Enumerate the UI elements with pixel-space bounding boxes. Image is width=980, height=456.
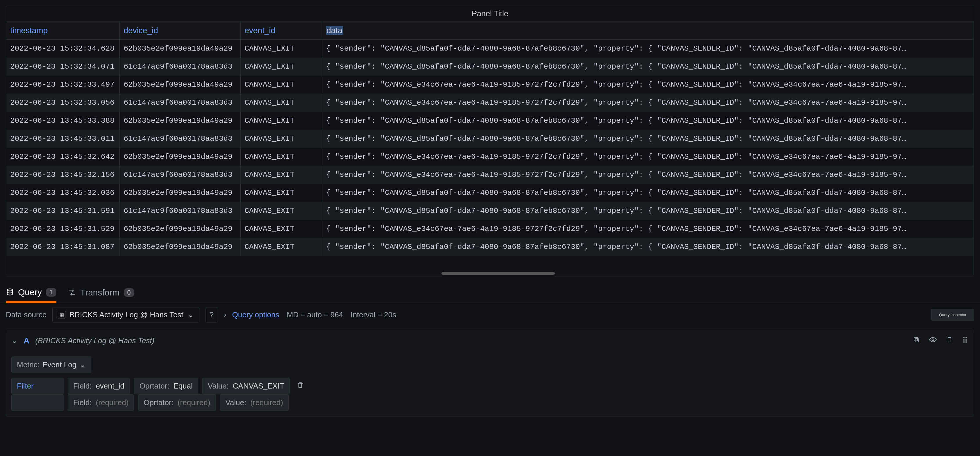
cell-evt: CANVAS_EXIT (240, 76, 322, 94)
tab-transform[interactable]: Transform 0 (68, 282, 134, 303)
table-row[interactable]: 2022-06-23 13:45:31.52962b035e2ef099ea19… (6, 220, 974, 238)
cell-ts: 2022-06-23 13:45:32.642 (6, 148, 119, 166)
cell-data: { "sender": "CANVAS_d85afa0f-dda7-4080-9… (322, 238, 974, 256)
panel: Panel Title timestamp device_id event_id… (6, 6, 974, 275)
table: timestamp device_id event_id data 2022-0… (6, 22, 974, 275)
cell-dev: 61c147ac9f60a00178aa83d3 (119, 166, 240, 184)
editor-tabs: Query 1 Transform 0 (0, 281, 980, 304)
cell-data: { "sender": "CANVAS_d85afa0f-dda7-4080-9… (322, 202, 974, 220)
cell-ts: 2022-06-23 13:45:32.036 (6, 184, 119, 202)
cell-dev: 62b035e2ef099ea19da49a29 (119, 148, 240, 166)
interval-info: Interval = 20s (350, 310, 396, 319)
col-data[interactable]: data (322, 22, 974, 40)
tab-query[interactable]: Query 1 (6, 282, 56, 303)
cell-dev: 62b035e2ef099ea19da49a29 (119, 184, 240, 202)
cell-data: { "sender": "CANVAS_d85afa0f-dda7-4080-9… (322, 184, 974, 202)
horizontal-scrollbar[interactable] (441, 272, 555, 275)
filter-value[interactable]: Value:CANVAS_EXIT (202, 378, 290, 394)
collapse-toggle[interactable]: ⌄ (11, 336, 18, 345)
table-row[interactable]: 2022-06-23 15:32:34.07161c147ac9f60a0017… (6, 57, 974, 76)
svg-rect-2 (914, 337, 918, 341)
cell-dev: 61c147ac9f60a00178aa83d3 (119, 202, 240, 220)
table-row[interactable]: 2022-06-23 15:32:34.62862b035e2ef099ea19… (6, 40, 974, 58)
col-event-id[interactable]: event_id (240, 22, 322, 40)
cell-ts: 2022-06-23 15:32:33.056 (6, 94, 119, 112)
filter-field[interactable]: Field:(required) (68, 394, 134, 411)
drag-handle[interactable]: ⠿ (961, 335, 969, 347)
metric-select[interactable]: Metric: Event Log ⌄ (11, 357, 91, 373)
cell-ts: 2022-06-23 15:32:34.071 (6, 57, 119, 76)
svg-rect-1 (915, 338, 919, 342)
transform-icon (68, 289, 76, 297)
cell-data: { "sender": "CANVAS_d85afa0f-dda7-4080-9… (322, 57, 974, 76)
cell-dev: 62b035e2ef099ea19da49a29 (119, 112, 240, 130)
cell-evt: CANVAS_EXIT (240, 166, 322, 184)
delete-query-button[interactable] (944, 335, 955, 347)
query-desc: (BRICKS Activity Log @ Hans Test) (35, 336, 154, 345)
cell-evt: CANVAS_EXIT (240, 202, 322, 220)
col-timestamp[interactable]: timestamp (6, 22, 119, 40)
table-row[interactable]: 2022-06-23 15:32:33.49762b035e2ef099ea19… (6, 76, 974, 94)
cell-data: { "sender": "CANVAS_d85afa0f-dda7-4080-9… (322, 112, 974, 130)
query-inspector-button[interactable]: Query inspector (931, 309, 974, 321)
table-row[interactable]: 2022-06-23 15:32:33.05661c147ac9f60a0017… (6, 94, 974, 112)
datasource-logo-icon: ▦ (58, 311, 65, 319)
cell-evt: CANVAS_EXIT (240, 220, 322, 238)
table-row[interactable]: 2022-06-23 13:45:32.03662b035e2ef099ea19… (6, 184, 974, 202)
panel-title[interactable]: Panel Title (6, 6, 974, 22)
cell-dev: 61c147ac9f60a00178aa83d3 (119, 94, 240, 112)
tab-query-count: 1 (46, 288, 56, 297)
cell-ts: 2022-06-23 13:45:31.087 (6, 238, 119, 256)
cell-evt: CANVAS_EXIT (240, 40, 322, 58)
chevron-right-icon[interactable]: › (224, 310, 226, 319)
duplicate-query-button[interactable] (911, 335, 921, 347)
query-options-link[interactable]: Query options (232, 310, 279, 319)
filter-operator[interactable]: Oprtator:(required) (138, 394, 216, 411)
trash-icon (297, 381, 304, 389)
md-info: MD = auto = 964 (287, 310, 343, 319)
filter-label[interactable] (11, 394, 64, 411)
metric-label: Metric: (17, 360, 40, 369)
cell-evt: CANVAS_EXIT (240, 130, 322, 148)
datasource-help-button[interactable]: ? (205, 307, 218, 322)
metric-value: Event Log (43, 360, 76, 369)
cell-data: { "sender": "CANVAS_d85afa0f-dda7-4080-9… (322, 40, 974, 58)
table-row[interactable]: 2022-06-23 13:45:31.59161c147ac9f60a0017… (6, 202, 974, 220)
cell-dev: 62b035e2ef099ea19da49a29 (119, 220, 240, 238)
cell-dev: 62b035e2ef099ea19da49a29 (119, 76, 240, 94)
chevron-down-icon: ⌄ (188, 310, 194, 319)
table-row[interactable]: 2022-06-23 13:45:31.08762b035e2ef099ea19… (6, 238, 974, 256)
col-device-id[interactable]: device_id (119, 22, 240, 40)
cell-evt: CANVAS_EXIT (240, 112, 322, 130)
svg-point-3 (932, 339, 934, 341)
table-header-row: timestamp device_id event_id data (6, 22, 974, 40)
tab-transform-label: Transform (80, 288, 120, 298)
cell-evt: CANVAS_EXIT (240, 184, 322, 202)
cell-dev: 61c147ac9f60a00178aa83d3 (119, 130, 240, 148)
remove-filter-button[interactable] (294, 381, 307, 391)
cell-data: { "sender": "CANVAS_e34c67ea-7ae6-4a19-9… (322, 220, 974, 238)
table-row[interactable]: 2022-06-23 13:45:32.15661c147ac9f60a0017… (6, 166, 974, 184)
cell-ts: 2022-06-23 13:45:32.156 (6, 166, 119, 184)
filter-value[interactable]: Value:(required) (220, 394, 289, 411)
cell-data: { "sender": "CANVAS_e34c67ea-7ae6-4a19-9… (322, 166, 974, 184)
table-row[interactable]: 2022-06-23 13:45:32.64262b035e2ef099ea19… (6, 148, 974, 166)
question-icon: ? (210, 310, 213, 319)
query-header: ⌄ A (BRICKS Activity Log @ Hans Test) ⠿ (6, 330, 974, 351)
filter-operator[interactable]: Oprtator:Equal (134, 378, 198, 394)
cell-data: { "sender": "CANVAS_e34c67ea-7ae6-4a19-9… (322, 94, 974, 112)
table-row[interactable]: 2022-06-23 13:45:33.01161c147ac9f60a0017… (6, 130, 974, 148)
toggle-visibility-button[interactable] (928, 334, 939, 347)
filter-field[interactable]: Field:event_id (68, 378, 130, 394)
cell-ts: 2022-06-23 13:45:31.529 (6, 220, 119, 238)
filter-label[interactable]: Filter (11, 378, 64, 394)
cell-dev: 62b035e2ef099ea19da49a29 (119, 238, 240, 256)
tab-query-label: Query (18, 287, 42, 297)
cell-dev: 62b035e2ef099ea19da49a29 (119, 40, 240, 58)
datasource-select[interactable]: ▦ BRICKS Activity Log @ Hans Test ⌄ (52, 307, 199, 322)
query-refid[interactable]: A (24, 336, 29, 346)
eye-icon (929, 336, 937, 343)
cell-evt: CANVAS_EXIT (240, 57, 322, 76)
cell-ts: 2022-06-23 13:45:31.591 (6, 202, 119, 220)
table-row[interactable]: 2022-06-23 13:45:33.38862b035e2ef099ea19… (6, 112, 974, 130)
